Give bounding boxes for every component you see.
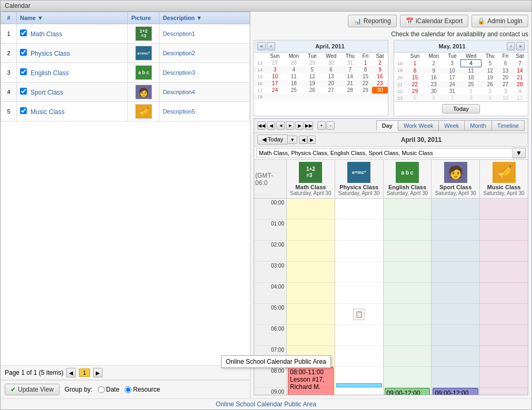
page-number[interactable]: 1: [79, 368, 89, 377]
cal-day[interactable]: 26: [481, 81, 499, 88]
cal-day[interactable]: 23: [424, 81, 444, 88]
zoom-in-btn[interactable]: +: [317, 121, 326, 130]
group-resource-option[interactable]: Resource: [125, 386, 160, 393]
cal-day[interactable]: 3: [444, 60, 461, 67]
tooltip-trigger[interactable]: 📋: [353, 309, 365, 320]
cal-day[interactable]: 3: [499, 88, 512, 95]
cal-day-today[interactable]: 4: [461, 60, 481, 67]
cal-day[interactable]: 23: [372, 80, 388, 87]
reporting-button[interactable]: 📊 Reporting: [348, 15, 397, 27]
sport-event[interactable]: 09:00-12:00 Basketball group: [433, 388, 478, 395]
cal-day[interactable]: 9: [481, 95, 499, 101]
cal-day[interactable]: 27: [499, 81, 512, 88]
group-resource-radio[interactable]: [125, 386, 132, 393]
icalendar-button[interactable]: 📅 iCalendar Export: [400, 15, 468, 27]
cal-day[interactable]: 15: [406, 74, 424, 81]
cal-day[interactable]: 13: [321, 73, 342, 80]
today-dropdown-arrow[interactable]: ▼: [288, 136, 297, 144]
cal-day[interactable]: 30: [424, 88, 444, 95]
english-event[interactable]: 09:00-12:00 Small group of Italian stude…: [385, 388, 430, 395]
cal-day[interactable]: 27: [321, 87, 342, 94]
cal-day[interactable]: 27: [266, 59, 284, 66]
cal-day[interactable]: 17: [444, 74, 461, 81]
cal-day[interactable]: 1: [359, 59, 372, 66]
cal-day[interactable]: 16: [424, 74, 444, 81]
group-date-radio[interactable]: [98, 386, 105, 393]
cal-day[interactable]: 28: [341, 87, 359, 94]
cal-day[interactable]: 16: [372, 73, 388, 80]
cal-day[interactable]: 2: [481, 88, 499, 95]
cal-day[interactable]: 24: [266, 87, 284, 94]
next-many-btn[interactable]: ▶: [295, 121, 304, 130]
col-header-description[interactable]: Description ▼: [159, 12, 250, 24]
cal-day[interactable]: 20: [499, 74, 512, 81]
row4-checkbox[interactable]: [20, 88, 27, 95]
resource-filter-dropdown[interactable]: ▼: [513, 148, 526, 158]
prev-page-btn[interactable]: ◀: [66, 368, 76, 377]
cal-day[interactable]: 11: [461, 67, 481, 75]
cal-day[interactable]: 11: [512, 95, 528, 101]
tab-work-week[interactable]: Work Week: [398, 120, 439, 131]
cal-day[interactable]: 5: [304, 66, 321, 73]
update-view-button[interactable]: ✔ Update View: [5, 384, 59, 395]
cal-day[interactable]: 31: [444, 88, 461, 95]
cal-day[interactable]: 22: [406, 81, 424, 88]
cal-day[interactable]: 28: [512, 81, 528, 88]
cal-day[interactable]: 6: [424, 95, 444, 101]
cal-day[interactable]: 11: [284, 73, 304, 80]
cal-day[interactable]: 18: [284, 80, 304, 87]
cal-day[interactable]: 31: [341, 59, 359, 66]
april-prev-btn[interactable]: ‹: [267, 42, 275, 50]
cal-day[interactable]: 25: [284, 87, 304, 94]
cal-prev-day[interactable]: ◀: [299, 136, 307, 144]
cal-day[interactable]: 4: [512, 88, 528, 95]
last-btn[interactable]: ▶▶: [305, 121, 313, 130]
may-next-next-btn[interactable]: »: [516, 42, 525, 50]
tab-month[interactable]: Month: [465, 120, 492, 131]
cal-day[interactable]: 4: [284, 66, 304, 73]
row5-checkbox[interactable]: [20, 107, 27, 114]
today-button[interactable]: Today: [442, 104, 479, 114]
cal-day[interactable]: 6: [499, 60, 512, 67]
cal-day[interactable]: 9: [372, 66, 388, 73]
cal-day[interactable]: 7: [512, 60, 528, 67]
cal-day[interactable]: 18: [461, 74, 481, 81]
cal-day[interactable]: 10: [444, 67, 461, 75]
tab-week[interactable]: Week: [439, 120, 465, 131]
april-prev-prev-btn[interactable]: «: [257, 42, 266, 50]
cal-day[interactable]: 7: [341, 66, 359, 73]
cal-day[interactable]: 8: [406, 67, 424, 75]
cal-day[interactable]: 29: [359, 87, 372, 94]
cal-day[interactable]: 8: [359, 66, 372, 73]
group-date-option[interactable]: Date: [98, 386, 119, 393]
cal-day[interactable]: 10: [499, 95, 512, 101]
cal-day[interactable]: 21: [512, 74, 528, 81]
prev-many-btn[interactable]: ◀: [267, 121, 275, 130]
cal-day[interactable]: 2: [424, 60, 444, 67]
cal-day[interactable]: 13: [499, 67, 512, 75]
resource-filter-text[interactable]: Math Class, Physics Class, English Class…: [256, 148, 513, 158]
cal-day[interactable]: 19: [304, 80, 321, 87]
cal-day[interactable]: 8: [461, 95, 481, 101]
cal-day[interactable]: 21: [341, 80, 359, 87]
cal-day[interactable]: 9: [424, 67, 444, 75]
cal-day[interactable]: 17: [266, 80, 284, 87]
cal-day[interactable]: 29: [406, 88, 424, 95]
cal-day[interactable]: 26: [304, 87, 321, 94]
cal-day[interactable]: 3: [266, 66, 284, 73]
cal-day-selected[interactable]: 30: [372, 87, 388, 94]
cal-day[interactable]: 19: [481, 74, 499, 81]
admin-login-button[interactable]: 🔒 Admin Login: [471, 15, 528, 27]
cal-day[interactable]: 1: [461, 88, 481, 95]
tab-timeline[interactable]: Timeline: [492, 120, 525, 131]
cal-next-day[interactable]: ▶: [307, 136, 316, 144]
next-page-btn[interactable]: ▶: [93, 368, 103, 377]
cal-day[interactable]: 12: [481, 67, 499, 75]
cal-day[interactable]: 1: [406, 60, 424, 67]
cal-day[interactable]: 10: [266, 73, 284, 80]
cal-day[interactable]: 20: [321, 80, 342, 87]
cal-day[interactable]: 25: [461, 81, 481, 88]
row3-checkbox[interactable]: [20, 68, 27, 75]
cal-day[interactable]: 29: [304, 59, 321, 66]
cal-day[interactable]: 7: [444, 95, 461, 101]
